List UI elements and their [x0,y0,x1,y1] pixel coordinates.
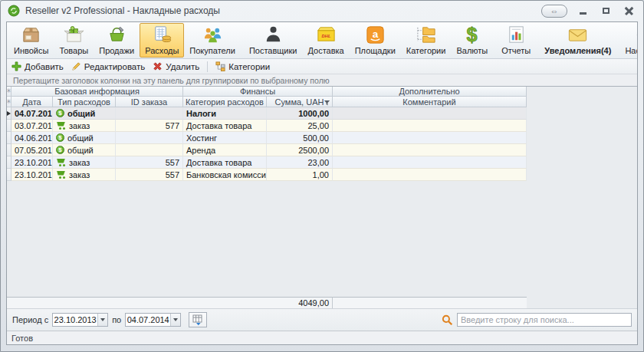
main-toolbar: Инвойсы Товары Продажи Расходы Покупател… [7,22,637,59]
add-button[interactable]: Добавить [12,61,64,71]
filter-funnel-icon[interactable] [324,99,330,107]
col-amount[interactable]: Сумма, UAH [267,97,333,107]
tab-label: Продажи [99,46,134,55]
table-row[interactable]: 07.05.2014 общий Аренда 2500,00 [7,144,637,156]
delete-button[interactable]: Удалить [153,61,199,71]
cell-amount: 25,00 [267,120,333,132]
tab-delivery[interactable]: DHL Доставка [302,23,349,58]
calendar-grid-icon [192,314,204,326]
table-row[interactable]: 23.10.2013 заказ 557 Доставка товара 23,… [7,156,637,169]
tab-notifications[interactable]: Уведомления(4) [539,23,616,58]
tab-invoices[interactable]: Инвойсы [8,23,54,58]
status-text: Готов [12,334,33,343]
resize-arrows-icon: ⇔ [550,6,559,15]
categories-button[interactable]: Категории [215,61,270,71]
col-order-id[interactable]: ID заказа [116,97,183,107]
table-row[interactable]: 23.10.2013 заказ 557 Банковская комиссия… [7,169,637,181]
col-comment[interactable]: Комментарий [333,97,527,107]
date-to-picker[interactable]: 04.07.2014 [125,313,181,327]
tab-sales[interactable]: Продажи [94,23,140,58]
plus-icon [12,61,21,71]
minimize-button[interactable] [575,5,590,17]
tab-label: Покупатели [189,46,235,55]
tab-label: Валюты [456,46,488,55]
cell-category: Аренда [183,144,267,156]
cell-comment [333,169,527,181]
group-by-panel[interactable]: Перетащите заголовок колонки на эту пане… [7,74,637,87]
cell-order-id: 557 [116,156,183,169]
band-additional[interactable]: Дополнительно [333,87,527,97]
cell-order-id: 557 [116,169,183,181]
period-from-label: Период с [12,315,48,324]
search-input[interactable] [457,313,632,327]
cell-date: 04.07.2014 [12,107,53,120]
date-from-dropdown-button[interactable] [97,314,107,326]
tab-categories[interactable]: Категории [401,23,452,58]
tab-currencies[interactable]: $ Валюты [451,23,493,58]
cell-amount: 1,00 [267,169,333,181]
goods-box-icon [63,24,85,46]
tab-products[interactable]: Товары [54,23,94,58]
edit-button[interactable]: Редактировать [71,61,145,71]
cell-order-id [116,144,183,156]
date-to-dropdown-button[interactable] [170,314,180,326]
cell-type: заказ [53,156,116,169]
footer-total-amount: 4049,00 [267,297,333,308]
pencil-icon [71,61,81,71]
tab-label: Категории [406,46,446,55]
maximize-button[interactable] [598,5,613,17]
tab-reports[interactable]: Отчеты [496,23,536,58]
band-finance[interactable]: Финансы [183,87,333,97]
red-cross-icon [153,61,163,71]
table-row[interactable]: 04.06.2014 общий Хостинг 500,00 [7,132,637,144]
cell-amount: 1000,00 [267,107,333,120]
period-preset-button[interactable] [189,312,207,327]
date-from-value: 23.10.2013 [53,314,97,326]
cell-date: 23.10.2013 [12,169,53,181]
col-date[interactable]: Дата [12,97,53,107]
date-to-value: 04.07.2014 [126,314,170,326]
tab-buyers[interactable]: Покупатели [184,23,241,58]
table-row[interactable]: 04.07.2014 общий Налоги 1000,00 [7,107,637,120]
expense-type-icon [56,133,64,142]
close-button[interactable] [621,5,636,17]
gear-icon [635,24,638,46]
band-basic-info[interactable]: Базовая информация [12,87,183,97]
footer-filler [527,297,637,308]
footer-category [183,297,267,308]
titlebar: Reseller v2 Professional - Накладные рас… [1,1,643,21]
col-expense-category[interactable]: Категория расходов [183,97,267,107]
cell-amount: 23,00 [267,156,333,169]
edit-toolbar-separator [207,61,208,72]
grid-footer: 4049,00 [7,297,637,308]
cell-comment [333,120,527,132]
cell-date: 23.10.2013 [12,156,53,169]
cell-type: общий [53,107,116,120]
resize-toggle-button[interactable]: ⇔ [541,5,567,18]
header-filler [527,97,637,107]
expenses-grid: ✳ Базовая информация Финансы Дополнитель… [7,87,637,308]
row-filler [527,169,637,181]
expense-type-icon [56,121,66,130]
chevron-down-icon [100,318,105,321]
edit-label: Редактировать [84,62,145,71]
cell-order-id: 577 [116,120,183,132]
table-row[interactable]: 03.07.2014 заказ 577 Доставка товара 25,… [7,120,637,132]
cell-type: общий [53,144,116,156]
chevron-down-icon [173,318,178,321]
tab-suppliers[interactable]: Поставщики [244,23,303,58]
tab-expenses[interactable]: Расходы [140,23,184,58]
maximize-icon [603,8,610,14]
amazon-letter: a [372,28,378,40]
footer-order-id [116,297,183,308]
period-to-label: по [112,315,121,324]
footer-type [53,297,116,308]
search-icon [442,314,453,326]
date-from-picker[interactable]: 23.10.2013 [52,313,108,327]
tab-settings[interactable]: Настройки [619,23,638,58]
close-icon [625,7,633,15]
cell-comment [333,132,527,144]
tab-marketplaces[interactable]: a Площадки [350,23,401,58]
expenses-icon [151,24,173,46]
col-expense-type[interactable]: Тип расходов [53,97,116,107]
